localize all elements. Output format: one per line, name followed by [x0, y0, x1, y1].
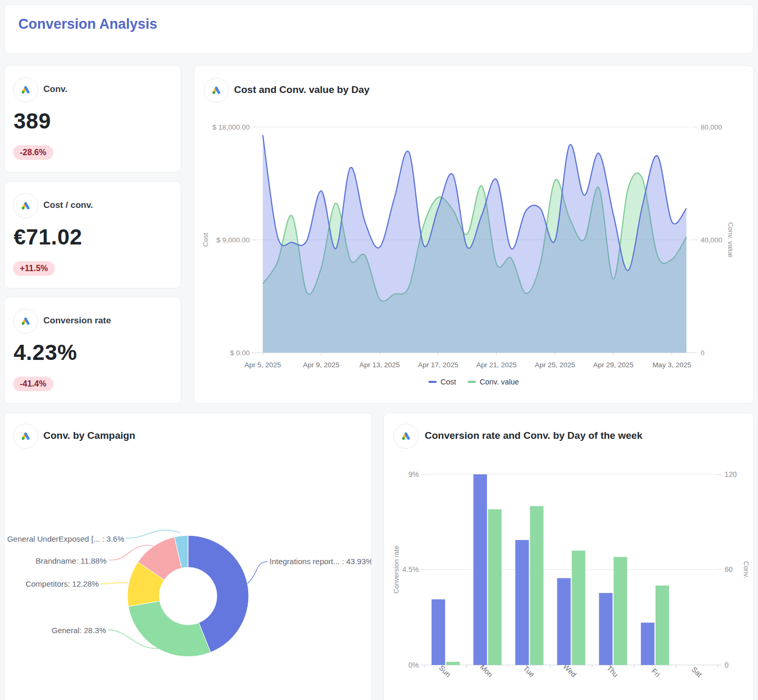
bar-conv-sun[interactable] — [446, 662, 460, 665]
y-left-tick-label: $ 18,000.00 — [213, 123, 250, 131]
conv-rate-weekday-bar-chart: 0%4.5%9%060120Conversion rateConv.SunMon… — [384, 413, 753, 699]
google-ads-logo — [209, 84, 223, 97]
pie-label-integrations: Integrations report... : 43.93% — [270, 557, 371, 566]
y-right-tick-label: 120 — [725, 470, 737, 479]
cost-conv-value-by-day-card: Cost and Conv. value by Day $ 0.00$ 9,00… — [194, 65, 754, 404]
x-tick-label: Apr 29, 2025 — [593, 361, 634, 369]
bar-conv-tue[interactable] — [530, 506, 543, 665]
bar-conversion-rate-mon[interactable] — [473, 474, 487, 665]
pie-label-connector — [101, 582, 128, 584]
legend-label: Conv. value — [480, 378, 519, 386]
google-ads-logo — [399, 429, 413, 443]
google-ads-logo — [19, 199, 32, 213]
y-left-axis-name: Cost — [202, 232, 209, 247]
y-right-axis-name: Conv. value — [727, 222, 734, 258]
kpi-card-cost-per-conv: Cost / conv. €71.02 +11.5% — [4, 181, 181, 288]
pie-label-connector — [126, 530, 180, 538]
y-left-tick-label: 9% — [409, 470, 419, 479]
legend-item-conv-value[interactable]: Conv. value — [468, 378, 519, 386]
bar-conversion-rate-fri[interactable] — [641, 623, 655, 665]
header-card: Conversion Analysis — [4, 4, 754, 54]
cost-conv-area-chart: $ 0.00$ 9,000.00$ 18,000.00040,00080,000… — [194, 66, 753, 403]
legend-item-cost[interactable]: Cost — [428, 378, 456, 386]
kpi-label: Conversion rate — [43, 316, 111, 326]
y-left-tick-label: 0% — [409, 661, 419, 669]
kpi-label: Conv. — [43, 84, 67, 95]
kpi-delta-badge: -28.6% — [13, 145, 53, 160]
y-left-tick-label: $ 0.00 — [230, 349, 250, 357]
google-ads-logo — [19, 429, 32, 443]
y-left-tick-label: 4.5% — [402, 565, 419, 574]
x-tick-label: Tue — [522, 664, 537, 679]
bar-conversion-rate-sun[interactable] — [432, 599, 445, 665]
y-right-tick-label: 0 — [725, 661, 729, 669]
x-tick-label: Apr 17, 2025 — [418, 361, 458, 369]
pie-label-general: General: 28.3% — [52, 626, 106, 635]
x-tick-label: Apr 13, 2025 — [359, 361, 400, 369]
legend-marker — [468, 381, 476, 383]
bar-conv-thu[interactable] — [614, 557, 627, 665]
bar-conv-wed[interactable] — [572, 551, 586, 665]
page-title: Conversion Analysis — [18, 16, 157, 32]
y-right-tick-label: 80,000 — [701, 123, 722, 131]
google-ads-icon — [13, 77, 38, 102]
kpi-delta-badge: +11.5% — [13, 261, 55, 276]
kpi-value: 389 — [14, 109, 51, 134]
y-left-axis-name: Conversion rate — [392, 546, 400, 594]
kpi-label: Cost / conv. — [43, 200, 93, 211]
conv-by-campaign-card: Conv. by Campaign Integrations report...… — [4, 413, 372, 700]
pie-label-connector — [248, 562, 267, 584]
google-ads-icon — [393, 424, 418, 449]
google-ads-logo — [19, 83, 32, 97]
pie-label-competitors: Competitors: 12.28% — [26, 579, 99, 588]
google-ads-icon — [13, 309, 38, 334]
dashboard: Conversion Analysis Conv. 389 -28.6% Cos… — [0, 0, 758, 700]
kpi-delta-badge: -41.4% — [13, 377, 53, 391]
x-tick-label: Thu — [605, 664, 620, 679]
y-left-tick-label: $ 9,000.00 — [216, 236, 250, 244]
x-tick-label: Sun — [437, 663, 452, 679]
google-ads-icon — [13, 424, 38, 449]
google-ads-icon — [13, 193, 38, 218]
chart-title: Conv. by Campaign — [43, 430, 135, 441]
pie-slice-general[interactable] — [129, 601, 211, 657]
x-tick-label: Sat — [690, 665, 704, 679]
bar-conversion-rate-wed[interactable] — [557, 578, 571, 665]
y-right-tick-label: 60 — [725, 565, 733, 574]
x-tick-label: Apr 5, 2025 — [244, 361, 281, 369]
x-tick-label: Apr 9, 2025 — [303, 361, 340, 369]
kpi-card-conversion-rate: Conversion rate 4.23% -41.4% — [4, 297, 181, 404]
bar-conversion-rate-thu[interactable] — [599, 593, 613, 665]
bar-conversion-rate-tue[interactable] — [515, 540, 529, 665]
kpi-value: €71.02 — [14, 225, 82, 250]
pie-label-general-underexposed: General UnderExposed [... : 3.6% — [7, 534, 124, 543]
bar-conv-fri[interactable] — [656, 586, 669, 665]
y-right-axis-name: Conv. — [742, 561, 750, 578]
bar-conv-mon[interactable] — [488, 509, 502, 665]
x-tick-label: May 3, 2025 — [652, 361, 691, 369]
kpi-value: 4.23% — [14, 340, 77, 365]
chart-legend: CostConv. value — [194, 378, 753, 386]
conv-by-campaign-donut-chart: Integrations report... : 43.93%General: … — [5, 413, 371, 699]
y-right-tick-label: 40,000 — [701, 236, 722, 244]
legend-label: Cost — [440, 378, 456, 386]
x-tick-label: Apr 21, 2025 — [476, 361, 517, 369]
pie-label-brandname: Brandname: 11.88% — [36, 556, 107, 565]
y-right-tick-label: 0 — [701, 349, 705, 357]
legend-marker — [428, 381, 437, 383]
google-ads-icon — [204, 78, 229, 103]
chart-title: Conversion rate and Conv. by Day of the … — [425, 430, 643, 441]
x-tick-label: Fri — [650, 667, 662, 679]
kpi-card-conversions: Conv. 389 -28.6% — [4, 65, 181, 172]
conv-rate-by-weekday-card: Conversion rate and Conv. by Day of the … — [383, 413, 754, 700]
google-ads-logo — [19, 314, 32, 328]
chart-title: Cost and Conv. value by Day — [234, 84, 369, 96]
x-tick-label: Apr 25, 2025 — [535, 361, 575, 369]
